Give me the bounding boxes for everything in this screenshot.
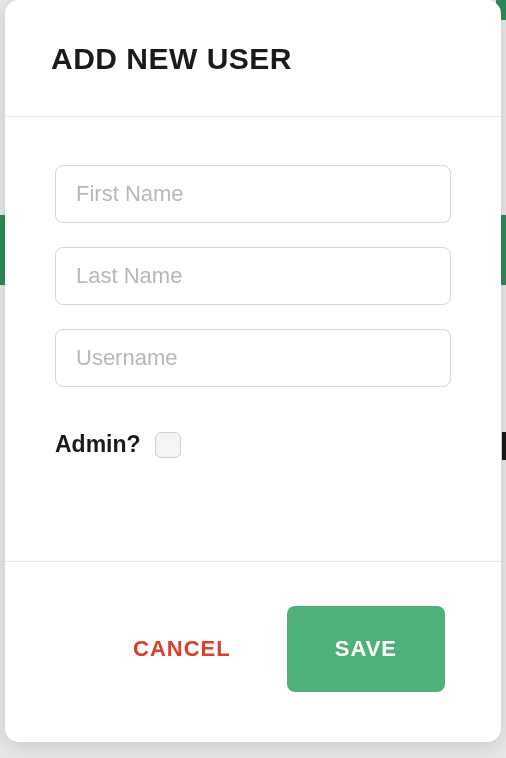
save-button[interactable]: SAVE — [287, 606, 445, 692]
admin-checkbox[interactable] — [155, 432, 181, 458]
background-mark — [502, 432, 506, 460]
modal-footer: CANCEL SAVE — [5, 561, 501, 742]
modal-header: ADD NEW USER — [5, 0, 501, 117]
last-name-input[interactable] — [55, 247, 451, 305]
first-name-input[interactable] — [55, 165, 451, 223]
cancel-button[interactable]: CANCEL — [133, 636, 231, 662]
add-user-modal: ADD NEW USER Admin? CANCEL SAVE — [5, 0, 501, 742]
admin-row: Admin? — [55, 431, 451, 458]
admin-label: Admin? — [55, 431, 141, 458]
username-input[interactable] — [55, 329, 451, 387]
modal-body: Admin? — [5, 117, 501, 561]
modal-title: ADD NEW USER — [51, 42, 455, 76]
